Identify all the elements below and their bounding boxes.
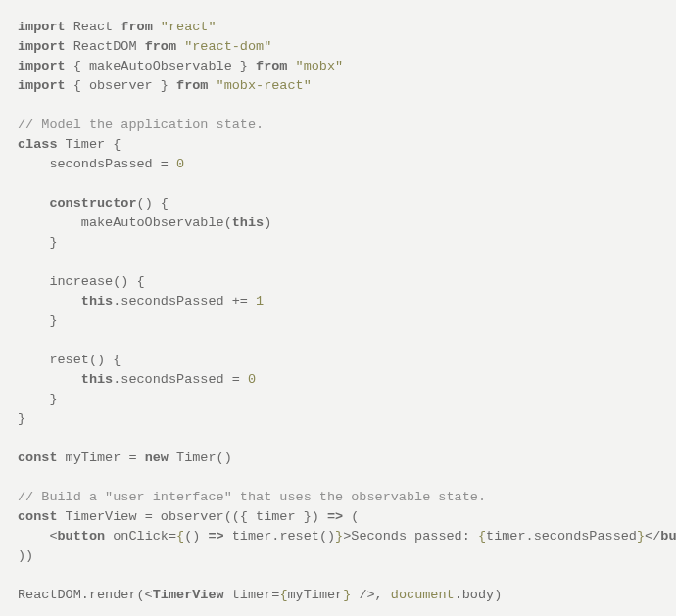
- code-token: ReactDOM.render(<: [18, 588, 153, 602]
- code-token: }: [18, 313, 58, 328]
- code-token: onClick=: [105, 529, 176, 544]
- code-token: .body): [455, 588, 503, 602]
- code-token: constructor: [49, 196, 136, 211]
- code-token: timer.reset(): [224, 529, 335, 544]
- code-token: const: [18, 450, 58, 465]
- code-token: this: [232, 215, 264, 230]
- code-token: [287, 59, 295, 73]
- code-token: import: [18, 59, 66, 73]
- code-token: this: [81, 294, 113, 308]
- code-token: </: [645, 529, 660, 544]
- code-token: "mobx": [296, 59, 344, 73]
- code-snippet: import React from "react" import ReactDO…: [18, 18, 658, 605]
- code-token: from: [145, 39, 176, 54]
- code-token: import: [18, 20, 66, 34]
- code-token: TimerView = observer(({ timer }): [58, 509, 327, 524]
- code-token: [153, 20, 161, 34]
- code-token: { makeAutoObservable }: [66, 59, 256, 73]
- code-token: =>: [327, 509, 343, 524]
- code-token: )): [18, 548, 33, 563]
- code-token: class: [18, 137, 58, 152]
- code-token: TimerView: [153, 588, 224, 602]
- code-token: // Model the application state.: [18, 118, 264, 132]
- code-token: this: [81, 372, 113, 387]
- code-token: <: [18, 529, 58, 544]
- code-token: 0: [248, 372, 256, 387]
- code-token: =>: [208, 529, 223, 544]
- code-token: .secondsPassed =: [113, 372, 248, 387]
- code-token: button: [660, 529, 676, 544]
- code-token: from: [121, 20, 152, 34]
- code-token: [18, 196, 49, 211]
- code-token: }: [18, 235, 58, 250]
- code-token: [176, 39, 184, 54]
- code-token: (: [343, 509, 359, 524]
- code-token: }: [335, 529, 343, 544]
- code-token: [18, 294, 81, 308]
- code-token: "react-dom": [184, 39, 271, 54]
- code-token: timer.secondsPassed: [486, 529, 637, 544]
- code-token: >Seconds passed:: [343, 529, 478, 544]
- code-token: new: [145, 450, 169, 465]
- code-token: from: [176, 78, 208, 93]
- code-token: timer=: [224, 588, 280, 602]
- code-token: makeAutoObservable(: [18, 215, 232, 230]
- code-token: secondsPassed =: [18, 157, 176, 171]
- code-token: const: [18, 509, 58, 524]
- code-token: // Build a "user interface" that uses th…: [18, 490, 486, 504]
- code-token: "mobx-react": [217, 78, 312, 93]
- code-token: import: [18, 78, 66, 93]
- code-token: reset() {: [18, 353, 121, 367]
- code-token: Timer(): [169, 450, 232, 465]
- code-token: [18, 372, 81, 387]
- code-token: React: [66, 20, 121, 34]
- code-token: 0: [176, 157, 184, 171]
- code-token: }: [637, 529, 645, 544]
- code-token: .secondsPassed +=: [113, 294, 256, 308]
- code-token: [208, 78, 216, 93]
- code-token: {: [478, 529, 486, 544]
- code-token: myTimer: [287, 588, 343, 602]
- code-token: }: [18, 392, 58, 406]
- code-token: button: [58, 529, 106, 544]
- code-token: (): [184, 529, 208, 544]
- code-token: 1: [256, 294, 264, 308]
- code-token: Timer {: [58, 137, 121, 152]
- code-token: />,: [351, 588, 391, 602]
- code-token: document: [391, 588, 455, 602]
- code-token: }: [18, 411, 25, 426]
- code-token: () {: [137, 196, 169, 211]
- code-token: { observer }: [66, 78, 176, 93]
- code-token: increase() {: [18, 274, 145, 289]
- code-token: ReactDOM: [66, 39, 145, 54]
- code-token: ): [264, 215, 271, 230]
- code-token: from: [256, 59, 287, 73]
- code-token: {: [176, 529, 184, 544]
- code-token: "react": [161, 20, 217, 34]
- code-token: import: [18, 39, 66, 54]
- code-token: myTimer =: [58, 450, 145, 465]
